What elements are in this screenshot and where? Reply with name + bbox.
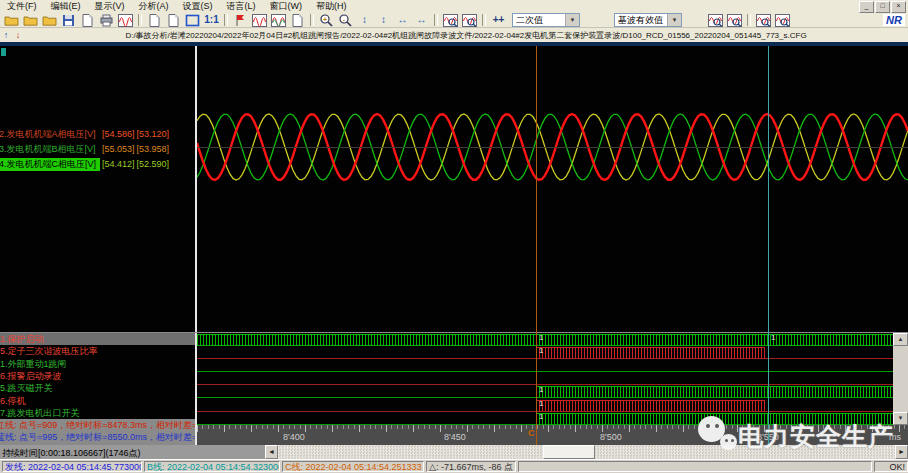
digital-channel-list: 1.保护启动5.定子三次谐波电压比率1.外部重动1跳闸6.报警启动录波5.跳灭磁… <box>0 333 195 419</box>
menu-h[interactable]: 帮助(H) <box>309 1 354 11</box>
digital-channel-row[interactable]: 1.外部重动1跳闸 <box>0 358 195 370</box>
file-path: D:/事故分析/岩滩20220204/2022年02月04日#2机组跳闸报告/2… <box>24 30 908 41</box>
open-folder-icon[interactable] <box>21 13 40 28</box>
chevron-down-icon[interactable]: ▼ <box>565 14 579 26</box>
toolbar: 1:1+-↕↕↔↔++ 二次值 ▼ 基波有效值 ▼ NR <box>0 13 908 28</box>
analog-channel-row[interactable]: 3.发电机机端B相电压[V][55.053][53.958] <box>0 143 169 156</box>
digital-scrollbar[interactable]: ▲ ▼ <box>893 333 908 425</box>
time-scrollbar[interactable]: ◄ ► <box>265 445 908 459</box>
blue-cursor-line[interactable] <box>768 46 769 445</box>
nav-down-icon[interactable]: ↓ <box>12 30 24 40</box>
c-cursor-axis-label: C <box>528 428 535 438</box>
close-button[interactable]: × <box>891 1 906 13</box>
menu-v[interactable]: 显示(V) <box>88 1 132 11</box>
state-1-label: 1 <box>539 347 543 355</box>
value-mode-dropdown[interactable]: 二次值 ▼ <box>512 13 580 27</box>
digital-high-segment <box>536 386 893 398</box>
amp-expand-icon[interactable]: ↕ <box>355 13 374 28</box>
wave-overlay-icon[interactable] <box>250 13 269 28</box>
minimize-button[interactable]: _ <box>859 1 874 13</box>
digital-channel-row[interactable]: 6.报警启动录波 <box>0 370 195 382</box>
state-1-label: 1 <box>771 334 775 342</box>
analog-channel-label: 4.发电机机端C相电压[V] <box>0 158 100 171</box>
menu-f[interactable]: 文件(F) <box>0 1 44 11</box>
amp-shrink-icon[interactable]: ↕ <box>374 13 393 28</box>
digital-channel-row[interactable]: 6.停机 <box>0 395 195 407</box>
axis-tick-label: 8'500 <box>600 432 622 442</box>
save-icon[interactable] <box>59 13 78 28</box>
wave-view-icon[interactable] <box>116 13 135 28</box>
wave-zoom-a-icon[interactable] <box>706 13 725 28</box>
menu-l[interactable]: 语言(L) <box>220 1 263 11</box>
cursor-value: [54.412] <box>102 158 135 171</box>
menu-e[interactable]: 编辑(E) <box>44 1 88 11</box>
wave-zoom-b-icon[interactable] <box>725 13 744 28</box>
move-cursor-icon[interactable]: ++ <box>489 13 508 28</box>
scrollbar-thumb[interactable] <box>543 445 595 459</box>
digital-channel-row[interactable]: 5.跳灭磁开关 <box>0 382 195 394</box>
analog-channel-row[interactable]: 2.发电机机端A相电压[V][54.586][53.120] <box>0 128 169 141</box>
status-spacer <box>518 461 872 472</box>
status-ok: OK! <box>874 461 908 472</box>
digital-trace-area[interactable]: 111111 <box>197 333 893 425</box>
wave-zoom-d-icon[interactable] <box>773 13 792 28</box>
scroll-up-icon[interactable]: ▲ <box>893 333 908 346</box>
report-icon[interactable] <box>288 13 307 28</box>
window-controls: _□× <box>859 1 908 13</box>
cursor-value: [53.958] <box>137 143 170 156</box>
one-to-one-icon[interactable]: 1:1 <box>202 13 221 28</box>
copy-icon[interactable] <box>145 13 164 28</box>
print-icon[interactable] <box>97 13 116 28</box>
panel-divider <box>195 46 197 445</box>
svg-text:+: + <box>323 15 327 22</box>
digital-channel-row[interactable]: 1.保护启动 <box>0 333 195 345</box>
blue-cursor-info: 蓝线: 点号=995，绝对时标=8550.0ms，相对时差=8610.0ms <box>0 431 195 443</box>
recent-files-icon[interactable] <box>40 13 59 28</box>
red-cursor-line[interactable] <box>536 46 537 445</box>
scroll-left-icon[interactable]: ◄ <box>265 445 278 459</box>
wave-zoom-c-icon[interactable] <box>754 13 773 28</box>
open-file-icon[interactable] <box>2 13 21 28</box>
marker-flag-icon[interactable] <box>231 13 250 28</box>
digital-high-segment <box>536 347 765 359</box>
time-shrink-icon: ↔ <box>417 15 427 25</box>
fullscreen-icon[interactable] <box>183 13 202 28</box>
maximize-button[interactable]: □ <box>875 1 890 13</box>
menu-w[interactable]: 窗口(W) <box>263 1 310 11</box>
page-preview-icon[interactable] <box>164 13 183 28</box>
zoom-in-icon[interactable]: + <box>317 13 336 28</box>
analog-channel-label: 2.发电机机端A相电压[V] <box>0 128 100 141</box>
waveform-canvas[interactable] <box>197 46 908 333</box>
menu-a[interactable]: 分析(A) <box>132 1 176 11</box>
digital-channel-row[interactable]: 5.定子三次谐波电压比率 <box>0 345 195 357</box>
export-icon[interactable] <box>78 13 97 28</box>
status-bar: 发线: 2022-02-04 05:14:45.773000B线: 2022-0… <box>0 459 908 473</box>
main-area: 2.发电机机端A相电压[V][54.586][53.120]3.发电机机端B相电… <box>0 46 908 445</box>
toolbar-separator <box>310 14 314 26</box>
wave-grid-icon[interactable] <box>269 13 288 28</box>
phase-waveforms <box>197 46 908 333</box>
nav-up-icon[interactable]: ↑ <box>0 30 12 40</box>
time-shrink-icon[interactable]: ↔ <box>412 13 431 28</box>
state-1-label: 1 <box>539 413 543 421</box>
digital-channel-row[interactable]: 7.跳发电机出口开关 <box>0 407 195 419</box>
cursor-value: [55.053] <box>102 143 135 156</box>
toolbar-separator <box>482 14 486 26</box>
menu-s[interactable]: 设置(S) <box>176 1 220 11</box>
calc-mode-dropdown[interactable]: 基波有效值 ▼ <box>614 13 682 27</box>
digital-baseline <box>197 384 893 385</box>
digital-high-segment <box>536 413 893 425</box>
status-start-time: 发线: 2022-02-04 05:14:45.773000 <box>2 461 142 472</box>
zoom-region-icon[interactable] <box>460 13 479 28</box>
scroll-down-icon[interactable]: ▼ <box>893 412 908 425</box>
zoom-wave-icon[interactable] <box>441 13 460 28</box>
chevron-down-icon[interactable]: ▼ <box>667 14 681 26</box>
nr-logo: NR <box>883 14 905 26</box>
time-expand-icon[interactable]: ↔ <box>393 13 412 28</box>
zoom-out-icon[interactable]: - <box>336 13 355 28</box>
digital-baseline <box>197 371 893 372</box>
scroll-right-icon[interactable]: ► <box>895 445 908 459</box>
analog-channel-label: 3.发电机机端B相电压[V] <box>0 143 100 156</box>
axis-unit-label: ms <box>889 432 901 442</box>
analog-channel-row[interactable]: 4.发电机机端C相电压[V][54.412][52.590] <box>0 158 169 171</box>
